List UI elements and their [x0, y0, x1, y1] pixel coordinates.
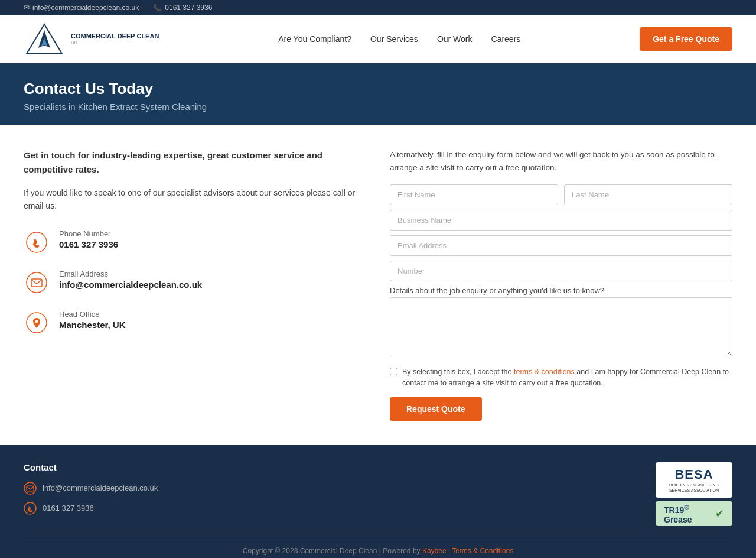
terms-label: By selecting this box, I accept the term… — [402, 366, 732, 389]
footer-phone-item: 0161 327 3936 — [24, 502, 158, 515]
phone-value: 0161 327 3936 — [59, 239, 118, 249]
email-row — [390, 235, 732, 256]
last-name-input[interactable] — [564, 184, 732, 205]
tr19-checkmark-icon: ✔ — [715, 507, 724, 520]
tr19-badge: TR19® Grease ✔ — [656, 501, 732, 526]
terms-link[interactable]: terms & conditions — [514, 368, 575, 376]
logo-text: COMMERCIAL DEEP CLEAN UK — [71, 32, 159, 47]
topbar-email-link[interactable]: ✉ info@commercialdeepclean.co.uk — [24, 4, 139, 12]
email-input[interactable] — [390, 235, 732, 256]
location-value: Manchester, UK — [59, 320, 126, 330]
footer-email-item: info@commercialdeepclean.co.uk — [24, 482, 158, 495]
footer-divider — [24, 538, 732, 538]
svg-rect-6 — [27, 486, 34, 491]
powered-by-link[interactable]: Kaybee — [422, 547, 447, 555]
topbar-phone: 0161 327 3936 — [165, 4, 212, 12]
main-nav: Are You Compliant? Our Services Our Work… — [278, 34, 520, 44]
intro-bold: Get in touch for industry-leading expert… — [24, 148, 366, 177]
right-column: Alternatively, fill in the enquiry form … — [390, 148, 732, 421]
top-bar: ✉ info@commercialdeepclean.co.uk 📞 0161 … — [0, 0, 756, 15]
phone-label: Phone Number — [59, 229, 118, 238]
footer-left: Contact info@commercialdeepclean.co.uk 0… — [24, 462, 158, 522]
email-contact-icon — [24, 270, 50, 296]
besa-subtitle: BUILDING ENGINEERINGSERVICES ASSOCIATION — [669, 482, 719, 493]
tr19-text: TR19® Grease — [664, 503, 712, 524]
location-details: Head Office Manchester, UK — [59, 310, 126, 330]
number-row — [390, 261, 732, 281]
location-contact-icon — [24, 310, 50, 336]
nav-careers[interactable]: Careers — [491, 34, 521, 44]
topbar-email: info@commercialdeepclean.co.uk — [32, 4, 139, 12]
hero-subtitle: Specialists in Kitchen Extract System Cl… — [24, 102, 732, 112]
location-label: Head Office — [59, 310, 126, 319]
email-details: Email Address info@commercialdeepclean.c… — [59, 270, 202, 290]
email-icon: ✉ — [24, 4, 30, 12]
intro-text: If you would like to speak to one of our… — [24, 186, 366, 213]
name-row — [390, 184, 732, 205]
form-intro: Alternatively, fill in the enquiry form … — [390, 148, 732, 174]
footer-phone-icon — [24, 502, 37, 515]
terms-conditions-link[interactable]: Terms & Conditions — [452, 547, 513, 555]
footer: Contact info@commercialdeepclean.co.uk 0… — [0, 445, 756, 558]
business-row — [390, 210, 732, 231]
svg-rect-3 — [31, 279, 42, 287]
business-name-input[interactable] — [390, 210, 732, 231]
phone-contact-icon — [24, 229, 50, 255]
footer-bottom: Copyright © 2023 Commercial Deep Clean |… — [24, 547, 732, 555]
details-textarea[interactable] — [390, 297, 732, 356]
svg-point-2 — [27, 272, 47, 293]
contact-phone: Phone Number 0161 327 3936 — [24, 229, 366, 255]
main-content: Get in touch for industry-leading expert… — [0, 125, 756, 445]
hero-banner: Contact Us Today Specialists in Kitchen … — [0, 63, 756, 125]
copyright-text: Copyright © 2023 Commercial Deep Clean |… — [243, 547, 422, 555]
footer-email: info@commercialdeepclean.co.uk — [43, 484, 158, 492]
terms-checkbox[interactable] — [390, 368, 397, 375]
besa-badge: BESA BUILDING ENGINEERINGSERVICES ASSOCI… — [656, 462, 732, 498]
get-quote-button[interactable]: Get a Free Quote — [640, 27, 732, 51]
details-label: Details about the job enquiry or anythin… — [390, 286, 732, 295]
left-column: Get in touch for industry-leading expert… — [24, 148, 366, 421]
email-value: info@commercialdeepclean.co.uk — [59, 280, 202, 290]
topbar-phone-link[interactable]: 📞 0161 327 3936 — [153, 4, 212, 12]
terms-checkbox-row: By selecting this box, I accept the term… — [390, 366, 732, 389]
footer-email-icon — [24, 482, 37, 495]
hero-title: Contact Us Today — [24, 80, 732, 98]
email-label: Email Address — [59, 270, 202, 278]
nav-compliant[interactable]: Are You Compliant? — [278, 34, 351, 44]
svg-point-4 — [27, 313, 47, 333]
number-input[interactable] — [390, 261, 732, 281]
footer-contact-heading: Contact — [24, 462, 158, 472]
header: COMMERCIAL DEEP CLEAN UK Are You Complia… — [0, 15, 756, 63]
logo-area: COMMERCIAL DEEP CLEAN UK — [24, 21, 159, 57]
footer-inner: Contact info@commercialdeepclean.co.uk 0… — [24, 462, 732, 526]
phone-details: Phone Number 0161 327 3936 — [59, 229, 118, 249]
nav-work[interactable]: Our Work — [437, 34, 472, 44]
svg-point-5 — [24, 482, 36, 494]
footer-badges: BESA BUILDING ENGINEERINGSERVICES ASSOCI… — [656, 462, 732, 526]
nav-services[interactable]: Our Services — [370, 34, 418, 44]
besa-title: BESA — [674, 467, 713, 482]
first-name-input[interactable] — [390, 184, 558, 205]
contact-email: Email Address info@commercialdeepclean.c… — [24, 270, 366, 296]
submit-button[interactable]: Request Quote — [390, 397, 482, 421]
logo-icon — [24, 21, 65, 57]
contact-location: Head Office Manchester, UK — [24, 310, 366, 336]
footer-phone: 0161 327 3936 — [43, 504, 94, 512]
phone-icon: 📞 — [153, 4, 162, 12]
